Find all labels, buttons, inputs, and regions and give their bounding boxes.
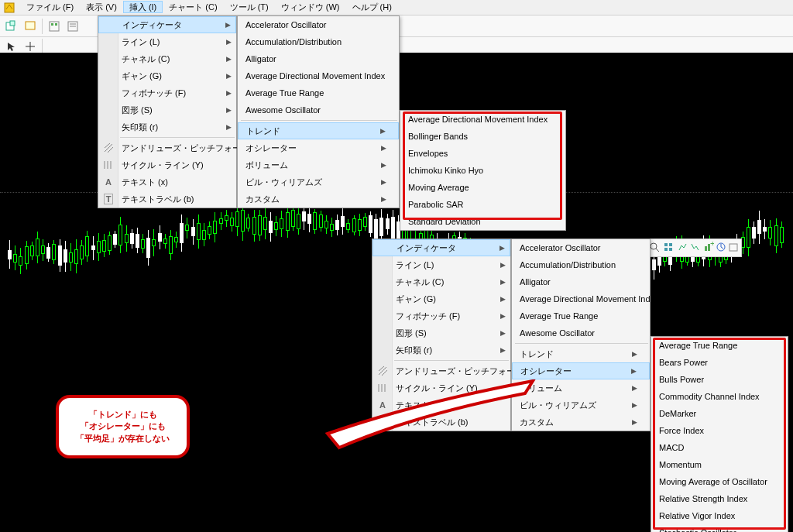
menu-item[interactable]: 図形 (S)▶	[98, 101, 236, 118]
indicator-label: Accumulation/Distribution	[245, 37, 386, 46]
trend-item[interactable]: Standard Deviation	[400, 213, 565, 230]
trend-item[interactable]: Envelopes	[400, 145, 565, 162]
indicator-category[interactable]: トレンド▶	[512, 345, 650, 362]
oscillator-item[interactable]: MACD	[651, 439, 788, 456]
menu-item[interactable]: フィボナッチ (F)▶	[98, 84, 236, 101]
indicator-label: Accelerator Oscillator	[520, 243, 637, 252]
indicator-item[interactable]: Average Directional Movement Index	[238, 67, 399, 84]
candlestick	[363, 213, 367, 231]
menu-item[interactable]: チャネル (C)▶	[372, 273, 510, 290]
oscillator-item[interactable]: Force Index	[651, 422, 788, 439]
menu-item[interactable]: インディケータ▶	[372, 239, 510, 256]
oscillator-item[interactable]: Bulls Power	[651, 371, 788, 388]
candlestick	[158, 225, 162, 249]
trend-item[interactable]: Ichimoku Kinko Hyo	[400, 162, 565, 179]
text-a-icon: A	[101, 176, 116, 188]
candlestick	[58, 239, 62, 272]
auto-scroll-button[interactable]	[689, 242, 700, 254]
profiles-button[interactable]	[22, 18, 39, 35]
menu-item[interactable]: 図形 (S)▶	[372, 324, 510, 342]
period-button[interactable]	[716, 242, 726, 254]
menu-item[interactable]: Tテキストラベル (b)	[98, 190, 236, 208]
indicator-category[interactable]: ビル・ウィリアムズ▶	[238, 173, 399, 190]
trend-item[interactable]: Bollinger Bands	[400, 128, 565, 145]
indicator-item[interactable]: Average True Range	[512, 307, 650, 324]
menu-item[interactable]: 矢印類 (r)▶	[98, 118, 236, 136]
indicator-item[interactable]: Accelerator Oscillator	[238, 16, 399, 33]
zoom-in-button[interactable]	[649, 242, 660, 254]
indicator-item[interactable]: Awesome Oscillator	[238, 101, 399, 118]
svg-rect-21	[669, 243, 672, 246]
menubar-item[interactable]: ウィンドウ (W)	[275, 1, 346, 13]
indicator-label: Accumulation/Distribution	[520, 260, 637, 269]
indicator-item[interactable]: Accelerator Oscillator	[512, 239, 650, 256]
menu-label: 矢印類 (r)	[122, 122, 221, 133]
oscillator-item[interactable]: Momentum	[651, 456, 788, 473]
candlestick	[30, 242, 34, 260]
navigator-button[interactable]	[64, 18, 81, 35]
candlestick	[286, 204, 290, 238]
text-t-icon: T	[101, 193, 116, 205]
indicator-category[interactable]: オシレーター▶	[512, 362, 650, 379]
menu-item[interactable]: アンドリューズ・ピッチフォーク (A)	[372, 362, 510, 379]
trend-label: Bollinger Bands	[408, 132, 553, 141]
indicator-category[interactable]: トレンド▶	[238, 122, 399, 139]
menu-label: ギャン (G)	[122, 70, 221, 82]
indicator-item[interactable]: Average Directional Movement Index	[512, 290, 650, 307]
menu-item[interactable]: Aテキスト (x)	[98, 173, 236, 190]
candlestick	[118, 217, 122, 253]
menu-item[interactable]: アンドリューズ・ピッチフォーク (A)	[98, 139, 236, 156]
menu-item[interactable]: ギャン (G)▶	[372, 290, 510, 307]
menu-item[interactable]: ギャン (G)▶	[98, 67, 236, 84]
menu-item[interactable]: インディケータ▶	[98, 16, 236, 33]
indicator-category[interactable]: オシレーター▶	[238, 139, 399, 156]
templates-button[interactable]	[728, 242, 739, 254]
indicator-item[interactable]: Alligator	[512, 273, 650, 290]
oscillator-label: Commodity Channel Index	[659, 392, 775, 401]
oscillator-item[interactable]: Bears Power	[651, 354, 788, 371]
chart-shift-button[interactable]	[677, 242, 688, 254]
oscillator-item[interactable]: Relative Strength Index	[651, 490, 788, 507]
tile-button[interactable]	[663, 242, 674, 254]
oscillator-item[interactable]: Stochastic Oscillator	[651, 524, 788, 532]
svg-rect-2	[10, 21, 15, 26]
oscillator-item[interactable]: DeMarker	[651, 405, 788, 422]
indicator-item[interactable]: Awesome Oscillator	[512, 324, 650, 342]
menu-item[interactable]: ライン (L)▶	[372, 256, 510, 273]
candlestick	[335, 215, 339, 235]
menubar-item[interactable]: 挿入 (I)	[123, 1, 163, 13]
indicator-category[interactable]: ボリューム▶	[238, 156, 399, 173]
menubar-item[interactable]: ヘルプ (H)	[346, 1, 398, 13]
menubar-item[interactable]: ファイル (F)	[20, 1, 80, 13]
oscillator-item[interactable]: Moving Average of Oscillator	[651, 473, 788, 490]
menubar-item[interactable]: ツール (T)	[224, 1, 275, 13]
new-chart-button[interactable]	[3, 18, 20, 35]
candlestick	[258, 210, 262, 241]
oscillator-label: MACD	[659, 443, 775, 452]
candlestick	[41, 239, 45, 261]
menu-item[interactable]: フィボナッチ (F)▶	[372, 307, 510, 324]
oscillator-item[interactable]: Commodity Channel Index	[651, 388, 788, 405]
candlestick	[102, 234, 106, 257]
trend-item[interactable]: Parabolic SAR	[400, 196, 565, 213]
indicator-category[interactable]: カスタム▶	[238, 190, 399, 208]
menu-divider	[241, 120, 397, 121]
oscillator-item[interactable]: Average True Range	[651, 337, 788, 354]
indicator-item[interactable]: Alligator	[238, 50, 399, 67]
menubar-item[interactable]: 表示 (V)	[80, 1, 123, 13]
oscillator-item[interactable]: Relative Vigor Index	[651, 507, 788, 524]
menu-item[interactable]: サイクル・ライン (Y)	[98, 156, 236, 173]
market-watch-button[interactable]	[46, 18, 63, 35]
trend-item[interactable]: Moving Average	[400, 179, 565, 196]
indicator-item[interactable]: Average True Range	[238, 84, 399, 101]
candlestick	[69, 243, 73, 271]
trend-item[interactable]: Average Directional Movement Index	[400, 111, 565, 128]
indicator-item[interactable]: Accumulation/Distribution	[512, 256, 650, 273]
indicator-item[interactable]: Accumulation/Distribution	[238, 33, 399, 50]
menu-item[interactable]: 矢印類 (r)▶	[372, 342, 510, 359]
menu-item[interactable]: ライン (L)▶	[98, 33, 236, 50]
submenu-arrow-icon: ▶	[226, 72, 232, 80]
indicators-button[interactable]: +	[703, 242, 714, 254]
menu-item[interactable]: チャネル (C)▶	[98, 50, 236, 67]
menubar-item[interactable]: チャート (C)	[163, 1, 223, 13]
